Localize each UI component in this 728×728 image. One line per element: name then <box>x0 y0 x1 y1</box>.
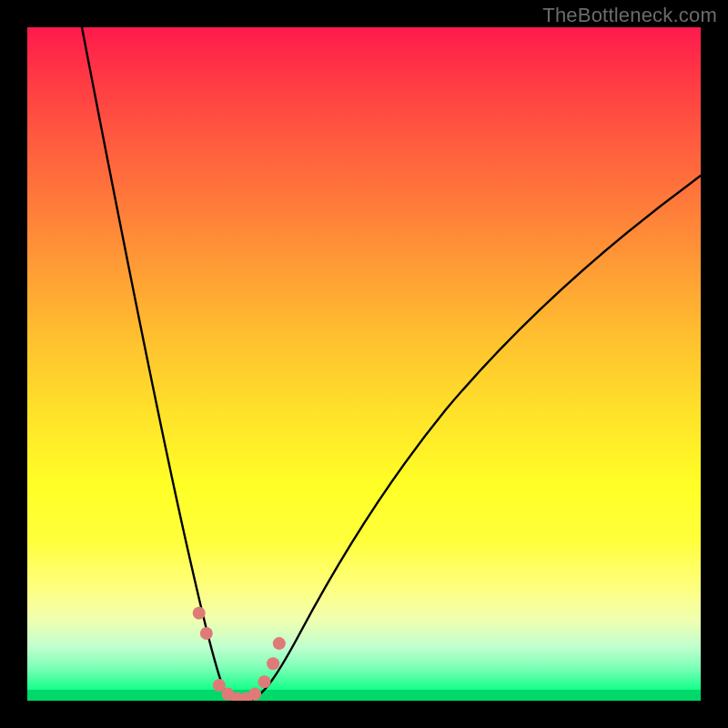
marker-dot <box>267 657 279 670</box>
right-branch-curve <box>251 176 701 700</box>
marker-dot <box>273 637 286 650</box>
marker-dot <box>200 627 213 640</box>
left-branch-curve <box>82 27 235 700</box>
marker-group <box>193 607 286 701</box>
marker-dot <box>258 675 271 688</box>
chart-frame: TheBottleneck.com <box>0 0 728 728</box>
attribution-text: TheBottleneck.com <box>542 4 717 27</box>
marker-dot <box>193 607 206 620</box>
plot-area <box>27 27 701 701</box>
curves-layer <box>27 27 701 701</box>
marker-dot <box>248 688 261 701</box>
